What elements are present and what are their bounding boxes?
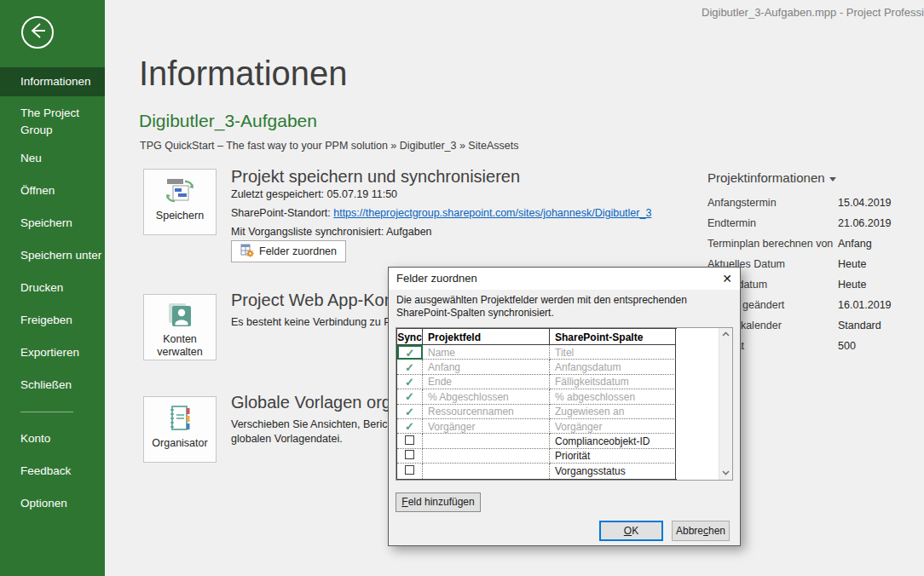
project-info-row: Endtermin21.06.2019 <box>707 217 921 229</box>
sync-checkbox[interactable] <box>405 361 414 374</box>
project-info-value: Heute <box>838 279 866 291</box>
ok-button-label: K <box>632 525 638 537</box>
organizer-button-label: Organisator <box>144 437 216 450</box>
table-row[interactable]: Vorgangsstatus <box>397 464 677 478</box>
manage-accounts-icon <box>144 302 216 331</box>
scroll-down-icon[interactable] <box>719 467 732 479</box>
table-row[interactable]: Name Titel <box>397 345 677 360</box>
sidebar-item-informationen[interactable]: Informationen <box>0 67 105 96</box>
backstage-sidebar: Informationen The Project Group Neu Öffn… <box>0 0 105 576</box>
table-row[interactable]: Ressourcennamen Zugewiesen an <box>397 405 677 419</box>
table-row[interactable]: Priorität <box>397 449 677 464</box>
field-mapping-listbox: Sync Projektfeld SharePoint-Spalte Name … <box>396 327 733 481</box>
app-window: Digibutler_3-Aufgaben.mpp - Project Prof… <box>0 0 924 576</box>
sharepoint-location-line: SharePoint-Standort: https://theprojectg… <box>231 207 651 219</box>
cancel-button[interactable]: Abbrechen <box>672 521 730 541</box>
project-info-heading[interactable]: Projektinformationen <box>707 170 836 185</box>
sync-checkbox[interactable] <box>405 376 414 389</box>
organizer-button[interactable]: Organisator <box>143 396 217 463</box>
sharepoint-cell: Anfangsdatum <box>555 361 621 373</box>
ok-button-accel: O <box>624 525 632 537</box>
project-info-row: Terminplan berechnen vonAnfang <box>707 238 921 250</box>
projektfeld-cell: Ressourcennamen <box>428 406 514 418</box>
page-title: Informationen <box>139 55 348 93</box>
sync-checkbox[interactable] <box>405 465 414 477</box>
project-info-value: Standard <box>838 320 881 331</box>
map-fields-dialog: Felder zuordnen ✕ Die ausgewählten Proje… <box>388 267 741 546</box>
sync-checkbox[interactable] <box>405 406 414 418</box>
save-section-title: Projekt speichern und synchronisieren <box>231 167 520 187</box>
project-info-label: Anfangstermin <box>707 197 777 209</box>
ok-button[interactable]: OK <box>599 521 663 541</box>
project-info-heading-label: Projektinformationen <box>707 170 825 185</box>
back-button[interactable] <box>21 16 54 49</box>
sidebar-item-neu[interactable]: Neu <box>0 142 105 175</box>
task-list-sync-text: Mit Vorgangsliste synchronisiert: Aufgab… <box>231 226 432 238</box>
sync-checkbox[interactable] <box>405 420 414 433</box>
sidebar-item-drucken[interactable]: Drucken <box>0 272 105 304</box>
sharepoint-cell: Vorgänger <box>555 421 602 433</box>
sharepoint-cell: Priorität <box>555 450 590 462</box>
sidebar-item-speichern[interactable]: Speichern <box>0 207 105 239</box>
project-info-label: Terminplan berechnen von <box>707 238 833 250</box>
save-sync-icon <box>144 176 216 208</box>
column-header-sync: Sync <box>397 329 423 345</box>
sidebar-item-feedback[interactable]: Feedback <box>0 455 105 487</box>
column-header-projektfeld: Projektfeld <box>423 329 550 345</box>
sidebar-item-exportieren[interactable]: Exportieren <box>0 337 105 369</box>
project-title: Digibutler_3-Aufgaben <box>139 111 317 131</box>
project-info-value: Anfang <box>838 238 872 250</box>
projektfeld-cell: Vorgänger <box>428 421 475 433</box>
table-row[interactable]: Anfang Anfangsdatum <box>397 360 677 374</box>
sidebar-item-freigeben[interactable]: Freigeben <box>0 304 105 337</box>
sharepoint-cell: Zugewiesen an <box>555 406 624 418</box>
window-title: Digibutler_3-Aufgaben.mpp - Project Prof… <box>702 6 924 19</box>
sidebar-divider <box>20 412 73 412</box>
last-saved-text: Zuletzt gespeichert: 05.07.19 11:50 <box>231 188 397 200</box>
projektfeld-cell: Ende <box>428 376 452 388</box>
sharepoint-cell: Vorgangsstatus <box>555 465 626 477</box>
map-fields-button[interactable]: Felder zuordnen <box>231 240 346 262</box>
cancel-button-pre: Abbre <box>676 525 703 537</box>
table-row[interactable]: Complianceobjekt-ID <box>397 434 677 448</box>
project-info-value: 21.06.2019 <box>838 217 892 229</box>
sidebar-item-schliessen[interactable]: Schließen <box>0 369 105 401</box>
sharepoint-location-link[interactable]: https://theprojectgroup.sharepoint.com/s… <box>333 207 651 219</box>
sidebar-item-optionen[interactable]: Optionen <box>0 487 105 520</box>
sync-checkbox[interactable] <box>405 390 414 403</box>
sharepoint-cell: Fälligkeitsdatum <box>555 376 629 388</box>
save-sync-button[interactable]: Speichern <box>143 169 217 235</box>
manage-accounts-button-label: Konten verwalten <box>144 333 216 359</box>
save-sync-button-label: Speichern <box>144 210 216 222</box>
dialog-title: Felder zuordnen <box>389 268 740 290</box>
field-mapping-table: Sync Projektfeld SharePoint-Spalte Name … <box>396 328 677 480</box>
add-field-button[interactable]: Feld hinzufügen <box>396 492 481 512</box>
sharepoint-cell: % abgeschlossen <box>555 391 635 403</box>
projektfeld-cell: % Abgeschlossen <box>428 391 509 403</box>
table-scrollbar[interactable] <box>719 328 732 480</box>
map-fields-icon <box>240 244 254 260</box>
close-icon[interactable]: ✕ <box>714 268 740 290</box>
map-fields-button-label: Felder zuordnen <box>259 245 337 257</box>
backstage-nav: Informationen The Project Group Neu Öffn… <box>0 67 105 520</box>
back-arrow-icon <box>28 21 47 43</box>
project-info-value: 16.01.2019 <box>838 299 892 311</box>
manage-accounts-button[interactable]: Konten verwalten <box>143 294 217 360</box>
sync-checkbox[interactable] <box>405 435 414 447</box>
project-info-value: Heute <box>838 258 866 270</box>
table-row[interactable]: Ende Fälligkeitsdatum <box>397 375 677 389</box>
sidebar-item-the-project-group[interactable]: The Project Group <box>0 96 93 142</box>
sync-checkbox[interactable] <box>405 450 414 462</box>
sidebar-item-konto[interactable]: Konto <box>0 423 105 455</box>
column-header-sharepoint-spalte: SharePoint-Spalte <box>550 329 676 345</box>
project-info-label: Endtermin <box>707 217 756 229</box>
project-info-value: 500 <box>838 340 856 352</box>
sidebar-item-speichern-unter[interactable]: Speichern unter <box>0 239 105 272</box>
scroll-up-icon[interactable] <box>719 329 732 341</box>
table-row[interactable]: % Abgeschlossen % abgeschlossen <box>397 389 677 404</box>
table-header-row: Sync Projektfeld SharePoint-Spalte <box>397 329 677 345</box>
projektfeld-cell: Anfang <box>428 361 460 373</box>
table-row[interactable]: Vorgänger Vorgänger <box>397 419 677 434</box>
sync-checkbox[interactable] <box>406 347 415 360</box>
sidebar-item-oeffnen[interactable]: Öffnen <box>0 175 105 207</box>
